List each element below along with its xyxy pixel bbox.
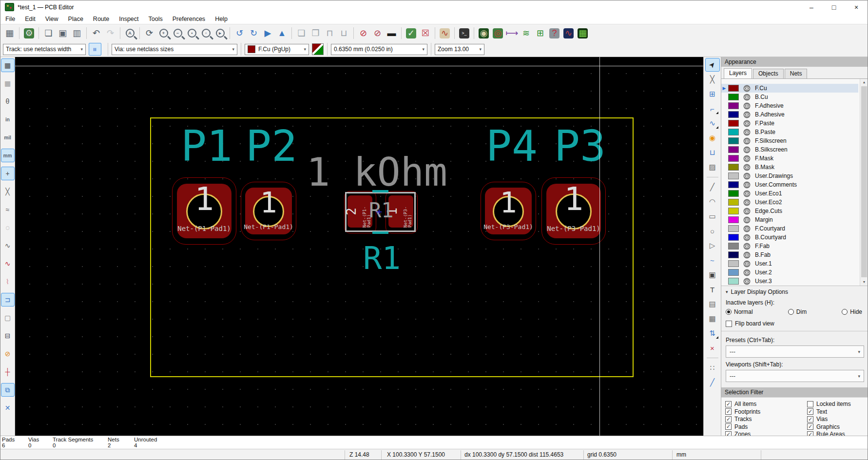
measure-icon[interactable]: ╱	[705, 376, 720, 389]
ungroup-icon[interactable]: ❐	[309, 27, 322, 40]
layer-row-f.courtyard[interactable]: F.Courtyard	[721, 224, 858, 233]
undo-icon[interactable]: ↶	[90, 27, 103, 40]
show-ratsnest-icon[interactable]: ╳	[1, 185, 15, 198]
layer-pair-button[interactable]	[312, 43, 324, 55]
layer-list-scrollbar[interactable]: ▴ ▾	[860, 79, 868, 286]
silkscreen-text-r1[interactable]: R1	[363, 243, 401, 274]
scroll-up-icon[interactable]: ▴	[860, 79, 868, 86]
edit-track-icon[interactable]: ∿	[438, 27, 451, 40]
layer-color-swatch[interactable]	[728, 155, 739, 162]
layer-color-swatch[interactable]	[728, 172, 739, 179]
visibility-eye-icon[interactable]	[743, 111, 751, 118]
draw-rectangle-icon[interactable]: ▭	[705, 210, 720, 223]
layer-color-swatch[interactable]	[728, 216, 739, 223]
visibility-eye-icon[interactable]	[743, 216, 751, 224]
visibility-eye-icon[interactable]	[743, 181, 751, 189]
zoom-dropdown[interactable]: Zoom 13.00 ▾	[435, 44, 484, 55]
layer-color-swatch[interactable]	[728, 111, 739, 118]
maximize-button[interactable]: □	[823, 0, 845, 14]
local-ratsnest-icon[interactable]: ╳	[705, 73, 720, 86]
drc-icon[interactable]: ☒	[419, 27, 432, 40]
polar-coordinates-icon[interactable]: θ	[1, 95, 15, 108]
attributes-help-icon[interactable]: ?	[548, 27, 561, 40]
sketch-tracks-icon[interactable]: ∿	[1, 239, 15, 252]
footprint-outline-icon[interactable]: ⊐	[1, 293, 15, 307]
net-inspector-icon[interactable]: ∿	[562, 27, 575, 40]
layer-row-user.drawings[interactable]: User.Drawings	[721, 172, 858, 180]
find-icon[interactable]: A	[123, 27, 136, 40]
place-text-icon[interactable]: T	[705, 283, 720, 296]
visibility-eye-icon[interactable]	[743, 137, 751, 145]
layer-row-b.silkscreen[interactable]: B.Silkscreen	[721, 145, 858, 154]
layer-row-user.1[interactable]: User.1	[721, 259, 858, 268]
visibility-eye-icon[interactable]	[743, 129, 751, 136]
value-text-1kohm[interactable]: 1 kOhm	[307, 153, 447, 192]
zone-fill-off-icon[interactable]: ⊘	[1, 347, 15, 361]
flip-horizontal-icon[interactable]: ▶	[261, 27, 274, 40]
layer-color-swatch[interactable]	[728, 278, 739, 285]
filter-graphics[interactable]: ✓Graphics	[807, 423, 840, 430]
layer-row-user.eco1[interactable]: User.Eco1	[721, 189, 858, 198]
save-icon[interactable]: ▦	[3, 27, 16, 40]
filter-text[interactable]: ✓Text	[807, 408, 827, 415]
visibility-eye-icon[interactable]	[743, 172, 751, 180]
layer-color-swatch[interactable]	[728, 94, 739, 100]
visibility-eye-icon[interactable]	[743, 225, 751, 232]
zone-outline-icon[interactable]: ▢	[1, 311, 15, 325]
menu-help[interactable]: Help	[210, 16, 232, 22]
tab-layers[interactable]: Layers	[724, 68, 752, 78]
menu-route[interactable]: Route	[88, 16, 114, 22]
filter-locked-items[interactable]: Locked items	[807, 401, 851, 407]
layer-row-user.3[interactable]: User.3	[721, 277, 858, 286]
visibility-eye-icon[interactable]	[743, 102, 751, 110]
menu-edit[interactable]: Edit	[20, 16, 40, 22]
plot-icon[interactable]: ▥	[70, 27, 83, 40]
draw-zone-icon[interactable]: ▨	[705, 160, 720, 174]
units-mils-icon[interactable]: mil	[1, 131, 15, 144]
swap-layers-icon[interactable]: ≋	[520, 27, 533, 40]
place-textbox-icon[interactable]: ▤	[705, 297, 720, 311]
filter-all-items[interactable]: ✓All items	[725, 401, 756, 407]
layer-color-swatch[interactable]	[728, 164, 739, 171]
layer-row-f.cu[interactable]: ▶F.Cu	[721, 84, 858, 93]
layer-color-swatch[interactable]	[728, 146, 739, 153]
rotate-ccw-icon[interactable]: ↺	[233, 27, 246, 40]
dimension-icon[interactable]: ⇅	[705, 326, 720, 340]
menu-inspect[interactable]: Inspect	[114, 16, 143, 22]
layer-row-f.paste[interactable]: F.Paste	[721, 119, 858, 128]
auto-track-width-toggle[interactable]: ≡	[89, 43, 101, 56]
layer-color-swatch[interactable]	[728, 208, 739, 214]
print-icon[interactable]: ▣	[56, 27, 69, 40]
layer-color-swatch[interactable]	[728, 137, 739, 144]
board-setup-icon[interactable]: ⚙	[22, 27, 36, 40]
visibility-eye-icon[interactable]	[743, 269, 751, 276]
visibility-eye-icon[interactable]	[743, 278, 751, 285]
layer-color-swatch[interactable]	[728, 199, 739, 206]
curved-ratsnest-icon[interactable]: ≈	[1, 203, 15, 216]
zoom-fit-objects-icon[interactable]: ▫	[199, 27, 212, 40]
draw-circle-icon[interactable]: ○	[705, 224, 720, 238]
visibility-eye-icon[interactable]	[743, 190, 751, 197]
via-properties-icon[interactable]: ◎	[491, 27, 504, 40]
lock-icon[interactable]: ⊓	[323, 27, 336, 40]
update-pcb-icon[interactable]: ✓	[405, 27, 418, 40]
silkscreen-text-p1[interactable]: P1	[181, 125, 232, 168]
show-grid-icon[interactable]: ▦	[1, 58, 15, 72]
visibility-eye-icon[interactable]	[743, 260, 751, 268]
place-via-icon[interactable]: ◉	[705, 131, 720, 145]
flip-board-view-option[interactable]: Flip board view	[726, 320, 864, 327]
route-tracks-icon[interactable]: ⌐	[705, 102, 720, 115]
draw-line-icon[interactable]: ╱	[705, 180, 720, 194]
import-settings-icon[interactable]: ⊞	[534, 27, 547, 40]
footprint-browser-icon[interactable]: ⊘	[371, 27, 384, 40]
layer-color-swatch[interactable]	[728, 129, 739, 135]
layer-color-swatch[interactable]	[728, 251, 739, 258]
place-footprint-icon[interactable]: ⊞	[705, 87, 720, 101]
visibility-eye-icon[interactable]	[743, 251, 751, 259]
layer-row-margin[interactable]: Margin	[721, 215, 858, 224]
via-size-dropdown[interactable]: Via: use netclass sizes ▾	[112, 44, 237, 55]
tab-nets[interactable]: Nets	[785, 69, 808, 78]
layer-color-swatch[interactable]	[728, 85, 739, 92]
visibility-eye-icon[interactable]	[743, 94, 751, 101]
visibility-eye-icon[interactable]	[743, 243, 751, 250]
